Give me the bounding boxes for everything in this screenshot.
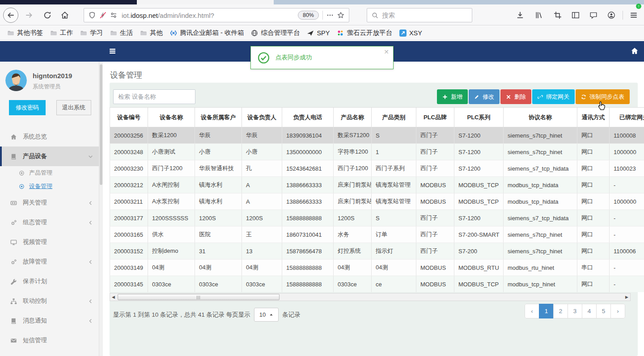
sidebar-collapse-icon[interactable]	[109, 47, 116, 55]
column-header[interactable]: 设备所属客户	[195, 108, 242, 127]
page-button-5[interactable]: 5	[596, 304, 611, 318]
table-row[interactable]: 2000031450303ce0303ce0303ce1588888888803…	[110, 276, 644, 293]
bookmark-item[interactable]: 综合管理平台	[247, 28, 303, 38]
close-icon[interactable]: ✕	[384, 48, 389, 55]
bind-gateway-button[interactable]: 绑定网关	[532, 89, 575, 104]
reload-button[interactable]	[40, 8, 55, 23]
url-bar[interactable]: iot.idosp.net/admin/index.html? 80%	[84, 8, 349, 22]
page-button-4[interactable]: 4	[582, 304, 597, 318]
browser-search-field[interactable]: 搜索	[367, 8, 472, 22]
table-row[interactable]: 200003230西门子1200华辰智通科技孔15243642681西门子120…	[110, 160, 644, 177]
column-header[interactable]: 负责人电话	[282, 108, 334, 127]
table-row[interactable]: 2000031771200SSSSSS1200S1200S15888888888…	[110, 210, 644, 226]
sidebar-item-保养计划[interactable]: 保养计划	[0, 272, 102, 291]
scroll-left-arrow-icon[interactable]: ◀	[110, 293, 117, 301]
cell: 网口	[577, 160, 610, 177]
bookmark-item[interactable]: 萤石云开放平台	[333, 28, 396, 38]
column-header[interactable]: PLC品牌	[416, 108, 454, 127]
screenshot-button[interactable]	[550, 8, 565, 23]
sidebar-item-短信管理[interactable]: 短信管理	[0, 331, 102, 350]
messages-button[interactable]	[586, 8, 601, 23]
permissions-icon[interactable]	[108, 10, 119, 21]
flash-blocked-icon[interactable]	[97, 10, 108, 21]
cell: 200003211	[110, 193, 148, 210]
bookmark-item[interactable]: 其他	[136, 28, 166, 38]
column-header[interactable]: 协议名称	[504, 108, 577, 127]
column-header[interactable]: 通讯方式	[577, 108, 610, 127]
delete-button[interactable]: 删除	[500, 89, 531, 104]
sidebar-item-联动控制[interactable]: 联动控制	[0, 291, 102, 311]
submenu-item-设备管理[interactable]: 设备管理	[0, 180, 102, 193]
cell: 供水	[148, 226, 195, 243]
table-row[interactable]: 200003211A水泵控制镇海水利A13886663333庶来门前泵站镇海泵站…	[110, 193, 644, 210]
account-button[interactable]	[604, 8, 619, 23]
sidebar-item-视频管理[interactable]: 视频管理	[0, 232, 102, 252]
table-row[interactable]: 200003248小唐测试小唐小唐13500000000字符串12001西门子S…	[110, 144, 644, 160]
downloads-button[interactable]	[513, 8, 528, 23]
bookmark-item[interactable]: 其他书签	[4, 28, 47, 38]
column-header[interactable]: 设备编号	[110, 108, 148, 127]
horizontal-scrollbar[interactable]: ◀ ▶	[110, 293, 631, 301]
back-button[interactable]	[3, 8, 18, 23]
forward-button[interactable]	[21, 8, 37, 23]
sidebar-toggle-button[interactable]	[568, 8, 583, 23]
page-prev-button[interactable]: ‹	[525, 304, 539, 318]
sidebar-item-故障管理[interactable]: 故障管理	[0, 252, 102, 272]
logout-button[interactable]: 退出系统	[56, 100, 91, 115]
pencil-icon	[474, 94, 479, 100]
home-button[interactable]	[57, 8, 72, 23]
sidebar-item-组态管理[interactable]: 组态管理	[0, 213, 102, 232]
page-actions-icon[interactable]	[325, 10, 335, 21]
active-tab-segment[interactable]	[137, 0, 274, 4]
scrollbar-thumb[interactable]	[118, 294, 280, 300]
bookmark-label: 学习	[90, 29, 103, 37]
cell: 0303ce	[195, 276, 242, 293]
sidebar-item-大屏管理[interactable]: 大屏管理	[0, 350, 102, 356]
sidebar-scrollbar[interactable]	[99, 62, 103, 356]
bookmark-item[interactable]: SPY	[303, 28, 333, 38]
zoom-level-badge[interactable]: 80%	[298, 11, 319, 20]
sidebar-item-消息通知[interactable]: 消息通知	[0, 311, 102, 331]
scrollbar-thumb[interactable]	[100, 64, 102, 185]
ys7-dots-icon	[337, 29, 344, 37]
sidebar-item-系统总览[interactable]: 系统总览	[0, 127, 102, 147]
bookmark-item[interactable]: XSY	[396, 28, 426, 38]
bookmark-item[interactable]: 生活	[106, 28, 136, 38]
add-button[interactable]: 新增	[437, 89, 468, 104]
page-button-2[interactable]: 2	[553, 304, 568, 318]
device-search-input[interactable]	[113, 89, 195, 104]
bookmark-item[interactable]: 腾讯企业邮箱 - 收件箱	[166, 28, 247, 38]
table-row[interactable]: 200003256数采1200华辰华辰18390936104数采S71200S西…	[110, 127, 644, 144]
page-next-button[interactable]: ›	[610, 304, 625, 318]
change-password-button[interactable]: 修改密码	[9, 100, 46, 115]
table-row[interactable]: 20000314904测04测04测1588888888804测04测MODBU…	[110, 260, 644, 276]
xsy-arrow-icon	[399, 29, 407, 37]
force-sync-button[interactable]: 强制同步点表	[576, 89, 630, 104]
shield-icon[interactable]	[87, 10, 97, 21]
column-header[interactable]: PLC系列	[454, 108, 504, 127]
page-size-dropdown[interactable]: 10	[254, 308, 279, 322]
table-row[interactable]: 200003212A水闸控制镇海水利A13886663333庶来门前泵站镇海泵站…	[110, 177, 644, 193]
page-button-3[interactable]: 3	[568, 304, 582, 318]
table-row[interactable]: 200003165供水医院王18607310041水务订单西门子S7-200-S…	[110, 226, 644, 243]
column-header[interactable]: 设备名称	[148, 108, 195, 127]
app-home-icon[interactable]	[631, 47, 639, 55]
sidebar-item-网关管理[interactable]: 网关管理	[0, 193, 102, 213]
table-row[interactable]: 200003152控制demo311315878656478灯控系统指示灯西门子…	[110, 243, 644, 260]
column-header[interactable]: 产品类别	[372, 108, 416, 127]
library-button[interactable]	[531, 8, 547, 23]
bookmark-item[interactable]: 学习	[76, 28, 106, 38]
submenu-item-产品管理[interactable]: 产品管理	[0, 166, 102, 180]
column-header[interactable]: 设备负责人	[242, 108, 282, 127]
cell: 1	[372, 144, 416, 160]
scroll-right-arrow-icon[interactable]: ▶	[623, 293, 630, 301]
column-header[interactable]: 产品名称	[334, 108, 372, 127]
bookmark-item[interactable]: 工作	[47, 28, 76, 38]
sidebar-item-产品设备[interactable]: 产品设备	[0, 147, 102, 166]
page-button-1[interactable]: 1	[539, 304, 554, 318]
menu-button[interactable]	[626, 8, 641, 23]
column-header[interactable]: 已绑定网关	[610, 108, 644, 127]
cell: 西门子系列	[372, 160, 416, 177]
bookmark-star-icon[interactable]	[335, 10, 346, 21]
edit-button[interactable]: 修改	[469, 89, 500, 104]
